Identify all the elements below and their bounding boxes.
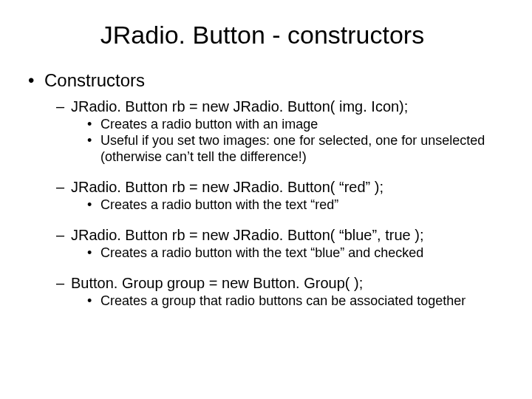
lvl3-item: •Creates a radio button with an image <box>87 117 502 133</box>
lvl2-label: JRadio. Button rb = new JRadio. Button( … <box>71 98 408 115</box>
lvl3-label: Useful if you set two images: one for se… <box>100 133 492 166</box>
lvl3-item: •Creates a group that radio buttons can … <box>87 293 502 310</box>
constructor-group-2: –JRadio. Button rb = new JRadio. Button(… <box>22 227 502 262</box>
bullet-icon: • <box>87 197 100 214</box>
lvl1-label: Constructors <box>44 70 145 90</box>
bullet-icon: • <box>28 70 44 91</box>
slide-title: JRadio. Button - constructors <box>22 21 502 50</box>
dash-icon: – <box>56 275 71 292</box>
lvl3-item: •Creates a radio button with the text “r… <box>87 197 502 214</box>
lvl2-item: –Button. Group group = new Button. Group… <box>56 275 502 292</box>
bullet-icon: • <box>87 133 100 149</box>
lvl3-label: Creates a radio button with an image <box>100 117 492 133</box>
lvl3-label: Creates a radio button with the text “re… <box>100 197 492 214</box>
dash-icon: – <box>56 98 71 115</box>
lvl1-item: •Constructors <box>28 70 502 91</box>
lvl2-label: Button. Group group = new Button. Group(… <box>71 275 363 291</box>
bullet-icon: • <box>87 117 100 133</box>
constructor-group-3: –Button. Group group = new Button. Group… <box>22 275 502 310</box>
lvl2-item: –JRadio. Button rb = new JRadio. Button(… <box>56 227 502 244</box>
bullet-icon: • <box>87 293 100 310</box>
lvl3-label: Creates a group that radio buttons can b… <box>100 293 492 310</box>
bullet-icon: • <box>87 245 100 262</box>
lvl3-label: Creates a radio button with the text “bl… <box>100 245 492 262</box>
constructor-group-0: –JRadio. Button rb = new JRadio. Button(… <box>22 98 502 166</box>
lvl2-item: –JRadio. Button rb = new JRadio. Button(… <box>56 179 502 196</box>
lvl3-item: •Useful if you set two images: one for s… <box>87 133 502 166</box>
lvl3-item: •Creates a radio button with the text “b… <box>87 245 502 262</box>
lvl2-label: JRadio. Button rb = new JRadio. Button( … <box>71 179 383 195</box>
lvl2-label: JRadio. Button rb = new JRadio. Button( … <box>71 227 423 243</box>
lvl2-item: –JRadio. Button rb = new JRadio. Button(… <box>56 98 502 115</box>
dash-icon: – <box>56 227 71 244</box>
constructor-group-1: –JRadio. Button rb = new JRadio. Button(… <box>22 179 502 214</box>
dash-icon: – <box>56 179 71 196</box>
